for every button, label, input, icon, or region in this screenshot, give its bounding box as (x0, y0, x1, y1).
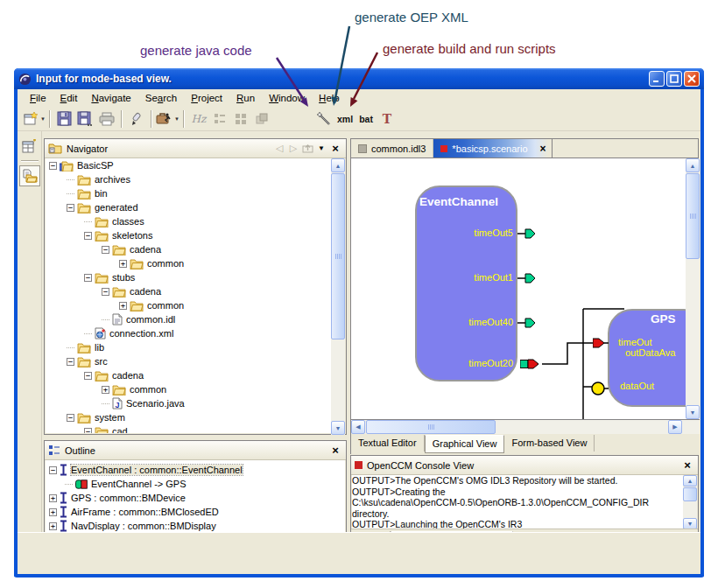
tree-expander[interactable]: − (67, 414, 74, 422)
port-dataout[interactable] (591, 382, 609, 396)
graphical-editor-canvas[interactable]: EventChannel GPS timeOut5timeOut1timeOut… (351, 158, 700, 419)
tree-item-lib[interactable]: lib (46, 340, 345, 354)
list-mode-icon[interactable] (209, 109, 230, 129)
navigator-header[interactable]: Navigator ◁ ▷ ▼ × (45, 139, 346, 158)
editor-tab--basicsp-scenario[interactable]: *basicsp.scenario (433, 139, 534, 158)
tree-item-bin[interactable]: bin (46, 186, 345, 200)
tree-item-archives[interactable]: archives (46, 172, 345, 186)
up-level-icon[interactable] (300, 142, 314, 156)
scrollbar-thumb[interactable] (366, 420, 496, 434)
tree-expander[interactable]: + (49, 522, 57, 530)
scroll-up-icon[interactable]: ▲ (686, 158, 700, 172)
new-wizard-button[interactable]: ▼ (23, 109, 46, 129)
port-timeout20[interactable] (520, 359, 542, 369)
navigator-close-icon[interactable]: × (328, 142, 342, 156)
tree-item-cad[interactable]: −cad (46, 424, 345, 433)
tree-item-connection-xml[interactable]: connection.xml (46, 326, 345, 340)
close-button[interactable] (684, 71, 700, 87)
menu-run[interactable]: Run (229, 91, 262, 105)
port-timeout40[interactable] (517, 318, 538, 328)
scroll-down-icon[interactable]: ▼ (686, 405, 700, 419)
view-menu-icon[interactable]: ▼ (314, 142, 328, 156)
minimize-button[interactable] (649, 71, 665, 87)
scroll-left-icon[interactable]: ◀ (351, 420, 365, 434)
scrollbar-thumb[interactable] (686, 173, 700, 259)
navigator-scrollbar[interactable]: ▲ ▼ (331, 158, 345, 435)
tree-expander[interactable]: + (119, 302, 127, 310)
console-close-icon[interactable]: × (680, 458, 694, 472)
tree-item-skeletons[interactable]: −skeletons (46, 228, 345, 242)
tree-expander[interactable]: − (67, 358, 74, 366)
tree-item-scenario-java[interactable]: JScenario.java (46, 396, 345, 410)
menu-search[interactable]: Search (138, 91, 184, 105)
tree-item-cadena[interactable]: −cadena (46, 284, 345, 298)
tree-item-generated[interactable]: −generated (46, 200, 345, 214)
save-all-button[interactable] (75, 109, 96, 129)
scrollbar-thumb[interactable] (683, 487, 697, 501)
maximize-button[interactable] (666, 71, 682, 87)
generate-bat-button[interactable]: bat (355, 109, 377, 129)
layers-mode-icon[interactable] (251, 109, 272, 129)
generate-xml-button[interactable]: xml (334, 109, 355, 129)
editor-horizontal-scrollbar[interactable]: ◀ ▶ (351, 419, 700, 434)
tree-expander[interactable]: − (102, 288, 109, 296)
outline-item[interactable]: +GPS : common::BMDevice (46, 491, 345, 505)
back-icon[interactable]: ◁ (272, 142, 286, 156)
grid-mode-icon[interactable] (230, 109, 251, 129)
outline-item[interactable]: EventChannel -> GPS (46, 477, 345, 491)
tree-item-common-idl[interactable]: common.idl (46, 312, 345, 326)
tree-expander[interactable]: + (49, 494, 57, 502)
tree-item-src[interactable]: −src (46, 354, 345, 368)
forward-icon[interactable]: ▷ (286, 142, 300, 156)
view-tab-form-based-view[interactable]: Form-based View (504, 435, 595, 452)
dropdown-caret[interactable]: ▼ (40, 116, 46, 122)
tree-expander[interactable]: − (49, 466, 57, 474)
tree-item-cadena[interactable]: −cadena (46, 368, 345, 382)
scroll-down-icon[interactable]: ▼ (331, 421, 345, 435)
scroll-up-icon[interactable]: ▲ (683, 475, 697, 486)
outline-item[interactable]: −EventChannel : common::EventChannel (46, 463, 345, 477)
scroll-up-icon[interactable]: ▲ (331, 158, 345, 172)
menu-project[interactable]: Project (184, 91, 229, 105)
port-timeout-gps[interactable] (593, 338, 609, 348)
outline-close-icon[interactable]: × (328, 444, 342, 458)
tree-item-common[interactable]: +common (46, 298, 345, 312)
resource-perspective-button[interactable] (19, 165, 40, 186)
titlebar[interactable]: Input for mode-based view. (14, 68, 704, 89)
view-tab-graphical-view[interactable]: Graphical View (425, 435, 505, 453)
generate-java-button[interactable] (313, 109, 334, 129)
editor-tab-common-idl3[interactable]: common.idl3 (351, 139, 433, 158)
tree-item-system[interactable]: −system (46, 410, 345, 424)
port-timeout5[interactable] (517, 228, 538, 239)
paintbrush-button[interactable] (126, 109, 147, 129)
tree-expander[interactable]: + (119, 260, 127, 268)
run-tool-button[interactable]: ▼ (156, 109, 180, 129)
tree-item-classes[interactable]: classes (46, 214, 345, 228)
view-tab-textual-editor[interactable]: Textual Editor (351, 435, 425, 452)
console-output[interactable]: OUTPUT>The OpenCCM's OMG IDL3 Repository… (352, 475, 697, 529)
tree-expander[interactable]: − (49, 162, 57, 170)
menu-navigate[interactable]: Navigate (84, 91, 137, 105)
scroll-right-icon[interactable]: ▶ (668, 420, 682, 434)
tree-expander[interactable]: + (102, 386, 109, 394)
outline-item[interactable]: +AirFrame : common::BMClosedED (46, 505, 345, 519)
open-perspective-button[interactable] (19, 136, 40, 157)
menu-edit[interactable]: Edit (53, 91, 85, 105)
tree-expander[interactable]: − (84, 232, 92, 240)
scrollbar-thumb[interactable] (331, 173, 345, 340)
tree-expander[interactable]: − (84, 428, 92, 434)
dropdown-caret[interactable]: ▼ (174, 116, 180, 122)
tree-expander[interactable]: − (102, 246, 109, 254)
save-button[interactable] (54, 109, 75, 129)
menu-file[interactable]: File (23, 91, 53, 105)
tree-item-cadena[interactable]: −cadena (46, 242, 345, 256)
hz-button[interactable]: Hz (188, 109, 209, 129)
text-tool-button[interactable]: T (377, 109, 398, 129)
tree-expander[interactable]: + (49, 508, 57, 516)
tree-item-stubs[interactable]: −stubs (46, 270, 345, 284)
console-header[interactable]: OpenCCM Console View × (351, 456, 698, 475)
console-scrollbar[interactable]: ▲ ▼ (683, 475, 697, 529)
tree-expander[interactable]: − (84, 372, 92, 380)
menu-help[interactable]: Help (312, 91, 347, 105)
tree-expander[interactable]: − (67, 204, 74, 212)
